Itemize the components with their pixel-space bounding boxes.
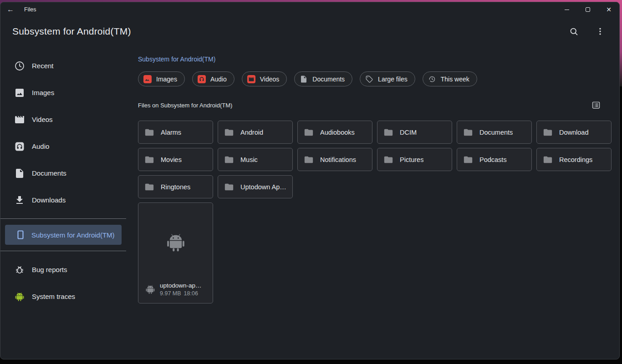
folder-name: Music: [240, 156, 258, 163]
download-icon: [14, 195, 25, 206]
content-area: Subsystem for Android(TM) Images Audio: [126, 46, 619, 359]
folder-card-notifications[interactable]: Notifications: [297, 148, 372, 171]
more-menu-button[interactable]: [595, 26, 606, 37]
folder-icon: [144, 155, 154, 165]
folder-icon: [383, 127, 393, 137]
chip-label: Documents: [312, 76, 345, 83]
sidebar-item-label: Recent: [32, 62, 54, 70]
android-robot-icon: [145, 284, 156, 295]
search-icon: [569, 27, 579, 36]
window-controls: ✕: [556, 2, 619, 17]
folder-icon: [224, 127, 234, 137]
main-area: Recent Images Videos Audio: [0, 46, 619, 359]
folder-card-movies[interactable]: Movies: [138, 148, 213, 171]
filter-chip-documents[interactable]: Documents: [294, 71, 352, 86]
folder-icon: [463, 155, 473, 165]
sidebar-item-downloads[interactable]: Downloads: [0, 187, 126, 213]
file-card-uptodown-apk[interactable]: uptodown-ap… 9.97 MB18:06: [138, 202, 213, 303]
folder-icon: [144, 182, 154, 192]
filter-chip-videos[interactable]: Videos: [242, 71, 287, 86]
sidebar-item-subsystem-selected[interactable]: Subsystem for Android(TM): [5, 225, 122, 245]
folder-name: Podcasts: [479, 156, 507, 163]
folder-name: Notifications: [320, 156, 356, 163]
folder-icon: [383, 155, 393, 165]
back-arrow-icon: ←: [7, 5, 14, 14]
folder-card-dcim[interactable]: DCIM: [377, 121, 452, 144]
folder-card-pictures[interactable]: Pictures: [377, 148, 452, 171]
folder-name: Uptodown Ap…: [240, 183, 286, 191]
section-header: Files on Subsystem for Android(TM): [138, 100, 607, 110]
folder-icon: [144, 127, 154, 137]
sidebar: Recent Images Videos Audio: [0, 46, 126, 359]
folder-card-android[interactable]: Android: [218, 121, 293, 144]
folder-card-audiobooks[interactable]: Audiobooks: [297, 121, 372, 144]
filter-chip-row: Images Audio Videos: [138, 71, 607, 86]
minimize-button[interactable]: [556, 2, 577, 17]
filter-chip-images[interactable]: Images: [138, 71, 185, 86]
folder-card-podcasts[interactable]: Podcasts: [457, 148, 532, 171]
app-header: Subsystem for Android(TM): [0, 17, 619, 46]
history-icon: [428, 75, 436, 83]
documents-chip-icon: [300, 75, 308, 83]
folder-icon: [304, 127, 314, 137]
file-text: uptodown-ap… 9.97 MB18:06: [160, 282, 202, 297]
sidebar-item-label: Audio: [32, 142, 49, 150]
maximize-button[interactable]: [577, 2, 598, 17]
folder-icon: [304, 155, 314, 165]
filter-chip-this-week[interactable]: This week: [423, 71, 477, 86]
sidebar-item-recent[interactable]: Recent: [0, 52, 126, 79]
sidebar-item-label: Downloads: [32, 196, 66, 204]
folder-card-ringtones[interactable]: Ringtones: [138, 175, 213, 198]
folder-name: DCIM: [400, 129, 417, 136]
folder-card-music[interactable]: Music: [218, 148, 293, 171]
folder-name: Alarms: [161, 129, 181, 136]
sidebar-item-audio[interactable]: Audio: [0, 133, 126, 160]
window-titlebar: ← Files ✕: [0, 2, 619, 17]
bug-icon: [14, 264, 25, 275]
folder-card-uptodown[interactable]: Uptodown Ap…: [218, 175, 293, 198]
filter-chip-large-files[interactable]: Large files: [360, 71, 415, 86]
close-button[interactable]: ✕: [598, 2, 619, 17]
kebab-menu-icon: [596, 27, 605, 36]
file-meta: 9.97 MB18:06: [160, 290, 202, 297]
file-name: uptodown-ap…: [160, 282, 202, 289]
files-app-window: ← Files ✕ Subsystem for Android(TM): [0, 2, 620, 359]
folder-icon: [224, 155, 234, 165]
breadcrumb[interactable]: Subsystem for Android(TM): [138, 56, 215, 63]
chip-label: Large files: [378, 76, 408, 83]
sidebar-divider: [0, 218, 126, 219]
close-icon: ✕: [606, 6, 612, 13]
file-time: 18:06: [184, 290, 198, 297]
folder-card-recordings[interactable]: Recordings: [536, 148, 612, 171]
folder-icon: [224, 182, 234, 192]
document-icon: [14, 168, 25, 179]
folder-card-download[interactable]: Download: [536, 121, 612, 144]
audio-chip-icon: [198, 75, 206, 83]
list-view-toggle-button[interactable]: [591, 100, 601, 110]
chip-label: Images: [156, 76, 177, 83]
sidebar-item-system-traces[interactable]: System traces: [0, 283, 126, 310]
folder-name: Movies: [161, 156, 182, 163]
back-button[interactable]: ←: [3, 2, 18, 17]
file-preview: [138, 203, 213, 282]
filter-chip-audio[interactable]: Audio: [192, 71, 235, 86]
images-chip-icon: [143, 75, 152, 83]
page-title: Subsystem for Android(TM): [12, 26, 131, 37]
list-view-icon: [591, 101, 601, 110]
titlebar-app-label: Files: [24, 6, 36, 13]
folder-card-documents[interactable]: Documents: [457, 121, 532, 144]
header-actions: [568, 26, 606, 37]
sidebar-item-documents[interactable]: Documents: [0, 160, 126, 187]
sidebar-item-label: Documents: [32, 169, 66, 177]
folder-icon: [543, 127, 553, 137]
chip-label: Audio: [210, 76, 227, 83]
headphones-icon: [14, 141, 25, 152]
section-label: Files on Subsystem for Android(TM): [138, 102, 232, 109]
search-button[interactable]: [568, 26, 579, 37]
folder-name: Pictures: [400, 156, 423, 163]
folder-name: Download: [559, 129, 589, 136]
folder-card-alarms[interactable]: Alarms: [138, 121, 213, 144]
sidebar-item-videos[interactable]: Videos: [0, 106, 126, 133]
sidebar-item-images[interactable]: Images: [0, 79, 126, 106]
sidebar-item-bug-reports[interactable]: Bug reports: [0, 256, 126, 283]
